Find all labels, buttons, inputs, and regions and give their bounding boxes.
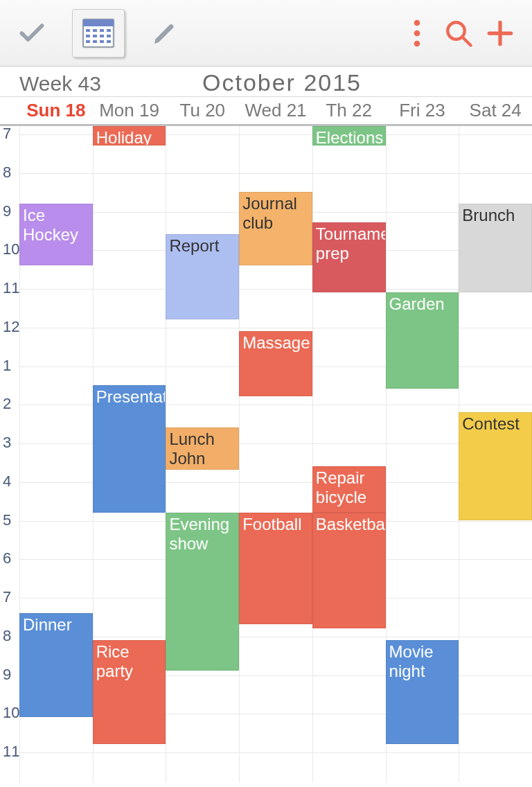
calendar-event[interactable]: Movie night: [386, 640, 459, 745]
day-header-row: Sun 18Mon 19Tu 20Wed 21Th 22Fri 23Sat 24: [0, 97, 532, 126]
calendar-event[interactable]: Journal club: [239, 192, 312, 265]
calendar-view-icon[interactable]: [72, 9, 125, 58]
day-header[interactable]: Sun 18: [19, 100, 93, 121]
calendar-event[interactable]: Lunch John: [166, 427, 239, 470]
hour-label: 11: [0, 279, 19, 297]
calendar-event[interactable]: Presentation: [93, 385, 166, 513]
day-header[interactable]: Mon 19: [93, 100, 166, 121]
svg-rect-12: [100, 40, 104, 43]
svg-point-16: [414, 40, 420, 46]
day-header[interactable]: Wed 21: [239, 100, 312, 121]
hour-label: 8: [0, 163, 19, 182]
event-title: Massage: [242, 333, 310, 352]
calendar-event[interactable]: Tournament prep: [312, 222, 386, 292]
hour-label: 6: [0, 549, 19, 567]
calendar-event[interactable]: Elections: [312, 126, 386, 145]
calendar-event[interactable]: Evening show: [166, 513, 239, 671]
event-title: Lunch John: [169, 430, 214, 468]
week-label: Week 43: [19, 72, 144, 96]
calendar-event[interactable]: Garden: [386, 292, 459, 389]
svg-rect-7: [93, 35, 97, 37]
hour-label: 10: [0, 704, 19, 722]
event-title: Presentation: [96, 387, 166, 406]
calendar-event[interactable]: Ice Hockey: [19, 204, 93, 265]
month-label: October 2015: [144, 69, 526, 96]
hour-label: 8: [0, 627, 19, 645]
calendar-event[interactable]: Rice party: [93, 640, 166, 745]
hour-label: 2: [0, 395, 19, 413]
event-title: Movie night: [389, 642, 434, 680]
search-icon[interactable]: [438, 12, 479, 54]
svg-rect-11: [93, 40, 97, 43]
hour-label: 7: [0, 588, 19, 606]
event-title: Evening show: [169, 515, 229, 553]
day-header[interactable]: Sat 24: [459, 100, 532, 121]
svg-rect-8: [100, 35, 104, 37]
hour-label: 7: [0, 125, 19, 143]
svg-rect-13: [107, 40, 111, 43]
svg-rect-4: [100, 29, 104, 32]
hour-label: 9: [0, 666, 19, 684]
svg-rect-3: [93, 29, 97, 32]
event-title: Elections: [316, 128, 383, 145]
hour-label: 9: [0, 202, 19, 220]
hour-label: 12: [0, 318, 19, 336]
day-header[interactable]: Tu 20: [166, 100, 239, 121]
day-header[interactable]: Th 22: [312, 100, 386, 121]
svg-rect-5: [107, 29, 111, 32]
event-title: Garden: [389, 294, 445, 313]
more-icon[interactable]: [396, 12, 438, 54]
calendar-event[interactable]: Dinner: [19, 613, 93, 718]
hour-label: 10: [0, 240, 19, 258]
svg-rect-10: [86, 40, 90, 43]
toolbar: [0, 0, 532, 67]
hour-label: 4: [0, 472, 19, 490]
calendar-event[interactable]: Basketball: [312, 513, 386, 628]
event-title: Report: [169, 236, 219, 255]
calendar-event[interactable]: Holiday: [93, 126, 166, 145]
svg-rect-1: [83, 19, 114, 26]
svg-line-18: [462, 37, 470, 45]
svg-rect-6: [86, 35, 90, 37]
hour-label: 5: [0, 511, 19, 529]
plus-icon[interactable]: [479, 12, 521, 54]
svg-rect-9: [107, 35, 111, 37]
calendar-event[interactable]: Massage: [239, 331, 312, 397]
calendar-event[interactable]: Report: [166, 234, 239, 319]
calendar-grid[interactable]: 7891011121234567891011HolidayElectionsIc…: [0, 126, 532, 783]
svg-point-14: [414, 19, 420, 26]
checkmark-icon[interactable]: [11, 12, 53, 54]
event-title: Repair bicycle: [316, 468, 366, 506]
calendar-header: Week 43 October 2015: [0, 67, 532, 97]
event-title: Football: [242, 515, 301, 533]
calendar-event[interactable]: Football: [239, 513, 312, 625]
pencil-icon[interactable]: [144, 12, 186, 54]
event-title: Rice party: [96, 642, 133, 680]
hour-label: 11: [0, 743, 19, 761]
event-title: Brunch: [462, 206, 515, 224]
calendar-event[interactable]: Brunch: [459, 204, 532, 292]
calendar-event[interactable]: Repair bicycle: [312, 466, 386, 513]
event-title: Tournament prep: [316, 224, 386, 263]
event-title: Journal club: [242, 194, 297, 232]
day-header[interactable]: Fri 23: [386, 100, 459, 121]
svg-point-15: [414, 30, 420, 36]
event-title: Contest: [462, 414, 520, 433]
svg-rect-2: [86, 29, 90, 32]
event-title: Ice Hockey: [23, 206, 78, 244]
hour-label: 1: [0, 357, 19, 375]
hour-label: 3: [0, 434, 19, 452]
event-title: Holiday: [96, 128, 152, 145]
calendar-event[interactable]: Contest: [459, 412, 532, 520]
event-title: Dinner: [23, 615, 72, 634]
event-title: Basketball: [316, 515, 386, 533]
